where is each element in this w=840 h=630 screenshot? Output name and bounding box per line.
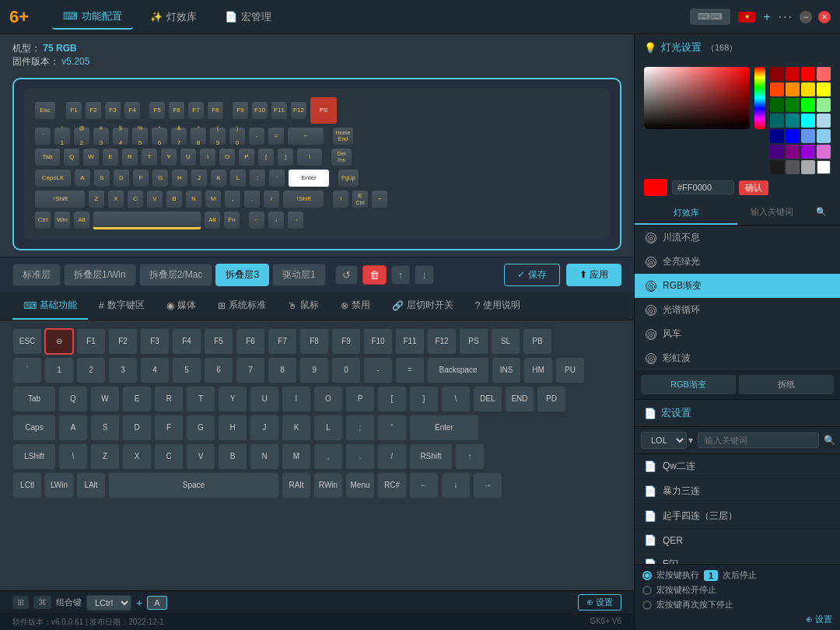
func-tab-help[interactable]: ? 使用说明: [464, 292, 532, 320]
kkey-right[interactable]: →: [473, 472, 502, 499]
layer-tab-driver1[interactable]: 驱动层1: [272, 264, 326, 286]
macro-settings-link[interactable]: ⊕ 设置: [806, 614, 832, 625]
kkey-caps[interactable]: Caps: [12, 415, 56, 441]
kkey-7[interactable]: 7: [236, 357, 265, 383]
vis-key-1[interactable]: !1: [54, 127, 71, 145]
kkey-f2[interactable]: F2: [108, 328, 138, 355]
kkey-space[interactable]: Space: [108, 472, 279, 499]
macro-item-4[interactable]: 📄 QER: [635, 529, 840, 552]
kkey-9[interactable]: 9: [299, 357, 329, 383]
vis-key-f11[interactable]: F11: [271, 101, 288, 120]
vis-key-lalt[interactable]: Alt: [73, 211, 90, 229]
vis-key-f7[interactable]: F7: [187, 101, 205, 120]
keyboard-device-btn[interactable]: ⌨⌨: [690, 9, 730, 25]
kkey-3[interactable]: 3: [108, 357, 138, 383]
vis-key-s[interactable]: S: [93, 169, 110, 187]
effect-tab-library[interactable]: 灯效库: [635, 202, 737, 225]
kkey-f10[interactable]: F10: [363, 328, 393, 355]
vis-key-q[interactable]: Q: [63, 148, 80, 166]
swatch-lightred[interactable]: [817, 67, 831, 81]
swatch-gold[interactable]: [801, 82, 815, 96]
vis-key-a[interactable]: A: [74, 169, 91, 187]
swatch-darkred[interactable]: [770, 67, 784, 81]
kkey-down[interactable]: ↓: [441, 472, 471, 499]
vis-key-f5[interactable]: F5: [149, 101, 166, 120]
kkey-lalt[interactable]: LAlt: [76, 472, 106, 499]
kkey-backspace[interactable]: Backspace: [427, 357, 489, 383]
kkey-f12[interactable]: F12: [427, 328, 457, 355]
vis-key-n[interactable]: N: [185, 190, 202, 208]
language-flag[interactable]: ★: [738, 12, 755, 23]
vis-key-j[interactable]: J: [191, 169, 208, 187]
vis-key-equals[interactable]: =: [268, 127, 285, 145]
kkey-quote[interactable]: ': [377, 415, 407, 441]
kkey-v[interactable]: V: [186, 443, 215, 470]
vis-key-lbracket[interactable]: [: [257, 148, 275, 166]
vis-key-left[interactable]: ←: [248, 211, 265, 229]
color-hex-input[interactable]: [672, 180, 734, 194]
kkey-i[interactable]: I: [282, 386, 311, 412]
combo-add-btn[interactable]: +: [136, 597, 142, 609]
kkey-rwin[interactable]: RWin: [313, 472, 343, 499]
kkey-rc[interactable]: RC#: [377, 472, 407, 499]
vis-key-ralt[interactable]: Alt: [204, 211, 221, 229]
kkey-t[interactable]: T: [186, 386, 215, 412]
kkey-x[interactable]: X: [122, 443, 152, 470]
kkey-u[interactable]: U: [250, 386, 279, 412]
vis-key-e[interactable]: E: [102, 148, 119, 166]
kkey-p[interactable]: P: [345, 386, 375, 412]
swatch-yellow[interactable]: [817, 82, 831, 96]
macro-item-3[interactable]: 📄 起手四连（三层）: [635, 504, 840, 529]
swatch-purple[interactable]: [786, 145, 800, 159]
kkey-w[interactable]: W: [90, 386, 120, 412]
kkey-selected[interactable]: ⊖: [44, 328, 74, 355]
macro-search-icon[interactable]: 🔍: [824, 435, 835, 446]
vis-key-minus[interactable]: -: [248, 127, 265, 145]
add-profile-btn[interactable]: +: [763, 10, 770, 24]
vis-key-b[interactable]: B: [166, 190, 183, 208]
kkey-y[interactable]: Y: [218, 386, 247, 412]
vis-key-r[interactable]: R: [121, 148, 138, 166]
vis-key-f[interactable]: F: [132, 169, 149, 187]
kkey-2[interactable]: 2: [76, 357, 106, 383]
swatch-red[interactable]: [801, 67, 815, 81]
swatch-orchid[interactable]: [817, 145, 831, 159]
layer-refresh-btn[interactable]: ↺: [335, 265, 358, 285]
swatch-lime[interactable]: [801, 98, 815, 112]
effect-item-5[interactable]: ◎ 风车: [635, 322, 840, 346]
swatch-violet[interactable]: [801, 145, 815, 159]
func-tab-system[interactable]: ⊞ 系统标准: [207, 292, 277, 320]
vis-key-9[interactable]: (9: [209, 127, 226, 145]
kkey-l[interactable]: L: [313, 415, 343, 441]
hue-slider[interactable]: [754, 67, 765, 129]
kkey-tab[interactable]: Tab: [12, 386, 56, 412]
kkey-f8[interactable]: F8: [299, 328, 329, 355]
effect-paper-btn[interactable]: 拆纸: [739, 375, 834, 394]
vis-key-tab[interactable]: Tab: [34, 148, 61, 166]
vis-key-home[interactable]: HomeEnd: [332, 127, 354, 145]
swatch-cornflower[interactable]: [801, 129, 815, 143]
swatch-black[interactable]: [770, 160, 784, 174]
vis-key-del[interactable]: DelIns: [331, 148, 352, 166]
swatch-orange[interactable]: [786, 82, 800, 96]
layer-download-btn[interactable]: ↓: [415, 265, 434, 285]
kkey-4[interactable]: 4: [140, 357, 170, 383]
swatch-darkblue[interactable]: [770, 129, 784, 143]
combo-key-a[interactable]: A: [147, 596, 166, 610]
combo-ctrl-select[interactable]: LCtrl: [86, 595, 131, 611]
vis-key-l[interactable]: L: [229, 169, 247, 187]
kkey-1[interactable]: 1: [44, 357, 74, 383]
kkey-q[interactable]: Q: [58, 386, 88, 412]
more-options-btn[interactable]: ···: [779, 10, 793, 24]
layer-delete-btn[interactable]: 🗑: [362, 265, 387, 285]
vis-key-7[interactable]: &7: [170, 127, 187, 145]
swatch-darkgreen[interactable]: [770, 98, 784, 112]
effect-item-6[interactable]: ◎ 彩虹波: [635, 346, 840, 370]
swatch-blue[interactable]: [786, 129, 800, 143]
kkey-f3[interactable]: F3: [140, 328, 170, 355]
layer-tab-1win[interactable]: 拆叠层1/Win: [64, 264, 136, 286]
vis-key-semicolon[interactable]: ;: [249, 169, 266, 187]
kkey-hm[interactable]: HM: [523, 357, 553, 383]
kkey-menu[interactable]: Menu: [345, 472, 375, 499]
kkey-grave[interactable]: `: [12, 357, 42, 383]
